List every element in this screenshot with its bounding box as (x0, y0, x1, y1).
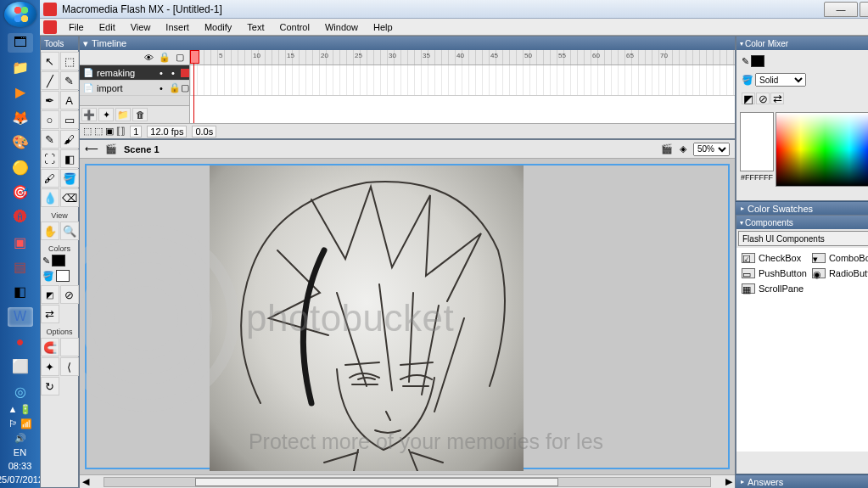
mixer-default[interactable]: ◩ (742, 93, 755, 104)
add-folder-button[interactable]: 📁 (115, 108, 131, 121)
edit-scene-icon[interactable]: 🎬 (661, 143, 673, 154)
doc-icon[interactable] (43, 20, 57, 34)
picasa-icon[interactable]: 🎯 (8, 182, 33, 202)
back-button[interactable]: ⟵ (85, 143, 98, 154)
menu-file[interactable]: File (62, 20, 91, 34)
system-tray: ▲🔋 🏳📶 🔊 EN 08:33 25/07/2012 (0, 404, 43, 488)
component-radiobutton[interactable]: ◉RadioButton (810, 266, 868, 280)
gradient-tool[interactable]: ◧ (60, 149, 79, 168)
oval-tool[interactable]: ○ (41, 110, 59, 129)
menu-view[interactable]: View (124, 20, 158, 34)
edit-symbol-icon[interactable]: ◈ (680, 143, 686, 154)
word-icon[interactable]: W (8, 307, 33, 327)
explorer-icon[interactable]: 📁 (8, 58, 33, 77)
lock-icon[interactable]: 🔒 (159, 52, 171, 63)
onion-btns[interactable]: ⬚ ⬚ ▣ ⟦⟧ (83, 126, 125, 137)
option-rotate[interactable]: ↻ (41, 377, 59, 395)
chrome-icon[interactable]: 🟡 (8, 157, 33, 177)
app-icon[interactable]: ⬜ (8, 356, 33, 376)
delete-layer-button[interactable]: 🗑 (132, 108, 148, 121)
acd-icon[interactable]: 🅐 (8, 207, 33, 227)
swatches-panel[interactable]: Color Swatches (736, 201, 868, 215)
scene-label[interactable]: Scene 1 (124, 144, 160, 154)
canvas[interactable]: photobucket Protect more of your memorie… (85, 164, 730, 469)
text-tool[interactable]: A (60, 91, 79, 109)
rect-tool[interactable]: ▭ (60, 110, 79, 129)
swap-colors[interactable]: ⇄ (41, 305, 59, 323)
menu-text[interactable]: Text (240, 20, 271, 34)
app2-icon[interactable]: ◎ (8, 382, 33, 401)
canvas-scroll[interactable]: photobucket Protect more of your memorie… (80, 159, 735, 474)
eye-icon[interactable]: 👁 (144, 53, 154, 63)
start-button[interactable] (4, 2, 36, 27)
components-library-select[interactable]: Flash UI Components (738, 231, 868, 246)
eraser-tool[interactable]: ⌫ (60, 188, 79, 207)
menu-control[interactable]: Control (272, 20, 316, 34)
pencil-tool[interactable]: ✎ (41, 130, 59, 149)
components-panel: Components Flash UI Components ☑CheckBox… (736, 215, 868, 474)
option-magnet[interactable]: 🧲 (41, 338, 59, 356)
minimize-button[interactable]: — (824, 2, 858, 17)
mixer-stroke[interactable] (751, 55, 764, 67)
timeline-header[interactable]: ▾Timeline (80, 36, 735, 50)
menu-edit[interactable]: Edit (92, 20, 122, 34)
component-pushbutton[interactable]: ▭PushButton (740, 266, 809, 280)
firefox-icon[interactable]: 🦊 (8, 108, 33, 127)
line-tool[interactable]: ╱ (41, 71, 59, 90)
transform-tool[interactable]: ⛶ (41, 149, 59, 168)
fill-type-select[interactable]: Solid (755, 73, 806, 87)
add-layer-button[interactable]: ➕ (81, 108, 97, 121)
mixer-header[interactable]: Color Mixer (736, 36, 868, 50)
frame-ruler[interactable]: 1 5 10 15 20 25 30 35 40 45 50 55 (190, 50, 735, 65)
util-icon[interactable]: ▣ (8, 232, 33, 251)
language-indicator[interactable]: EN (14, 447, 26, 457)
layer-row-import[interactable]: 📄 import •🔒▢ (80, 81, 189, 96)
frames-area[interactable]: 1 5 10 15 20 25 30 35 40 45 50 55 (190, 50, 735, 123)
media-player-icon[interactable]: ▶ (8, 82, 33, 102)
zoom-tool[interactable]: 🔍 (60, 222, 79, 240)
layer-row-remaking[interactable]: 📄 remaking •• (80, 65, 189, 81)
menu-modify[interactable]: Modify (198, 20, 238, 34)
maximize-button[interactable]: ❐ (860, 2, 868, 17)
option-smooth[interactable]: ✦ (41, 357, 59, 376)
playhead[interactable] (193, 50, 194, 123)
util3-icon[interactable]: ◧ (8, 282, 33, 301)
outline-icon[interactable]: ▢ (176, 52, 184, 63)
menu-insert[interactable]: Insert (159, 20, 196, 34)
mixer-swap[interactable]: ⇄ (770, 93, 784, 104)
options-section-label: Options (41, 325, 78, 336)
gimp-icon[interactable]: 🎨 (8, 132, 33, 152)
component-checkbox[interactable]: ☑CheckBox (740, 251, 809, 265)
mixer-none[interactable]: ⊘ (756, 93, 770, 104)
answers-panel[interactable]: Answers (736, 474, 868, 488)
pen-tool[interactable]: ✒ (41, 91, 59, 109)
component-combobox[interactable]: ▾ComboBox (810, 251, 868, 265)
arrow-tool[interactable]: ↖ (41, 52, 59, 70)
no-color[interactable]: ⊘ (60, 285, 79, 304)
components-header[interactable]: Components (736, 216, 868, 229)
horizontal-scrollbar[interactable]: ◀ ▶ (80, 474, 735, 488)
eyedropper-tool[interactable]: 💧 (41, 188, 59, 207)
component-scrollpane[interactable]: ▦ScrollPane (740, 282, 809, 295)
hand-tool[interactable]: ✋ (41, 222, 59, 240)
option-b[interactable] (60, 338, 79, 356)
option-straight[interactable]: ⟨ (60, 357, 79, 376)
default-colors[interactable]: ◩ (41, 285, 59, 304)
flash-icon[interactable]: ● (8, 332, 33, 351)
clock-time[interactable]: 08:33 (8, 461, 32, 471)
add-guide-button[interactable]: ✦ (98, 108, 114, 121)
stroke-swatch[interactable] (52, 255, 65, 266)
ink-tool[interactable]: 🖋 (41, 169, 59, 188)
util2-icon[interactable]: ▤ (8, 257, 33, 277)
bucket-tool[interactable]: 🪣 (60, 169, 79, 188)
layer-name: import (97, 83, 123, 93)
zoom-select[interactable]: 50% (693, 143, 730, 156)
taskbar-minimized-app[interactable]: 🗔 (8, 33, 33, 53)
subselect-tool[interactable]: ⬚ (60, 52, 79, 70)
fill-swatch[interactable] (56, 270, 70, 282)
menu-window[interactable]: Window (318, 20, 365, 34)
menu-help[interactable]: Help (367, 20, 400, 34)
spectrum-picker[interactable] (776, 112, 868, 187)
lasso-tool[interactable]: ✎ (60, 71, 79, 90)
brush-tool[interactable]: 🖌 (60, 130, 79, 149)
